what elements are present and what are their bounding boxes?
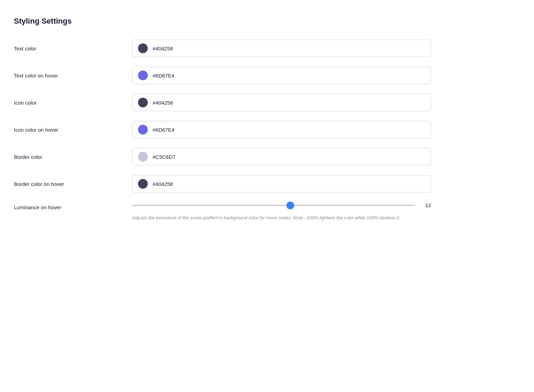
setting-row-text-color-hover: Text color on hover#6D67E4 (14, 67, 431, 84)
color-swatch-border-color-hover (138, 179, 148, 189)
label-icon-color-hover: Icon color on hover (14, 127, 132, 133)
color-swatch-text-color (138, 43, 148, 53)
color-input-icon-color-hover[interactable]: #6D67E4 (132, 121, 431, 138)
color-value-border-color: #C5C6D7 (153, 154, 176, 160)
setting-row-border-color-hover: Border color on hover#404258 (14, 175, 431, 193)
label-text-color: Text color (14, 46, 132, 51)
setting-row-border-color: Border color#C5C6D7 (14, 148, 431, 165)
color-value-text-color-hover: #6D67E4 (153, 73, 175, 79)
color-value-icon-color-hover: #6D67E4 (153, 127, 175, 133)
label-icon-color: Icon color (14, 100, 132, 106)
label-text-color-hover: Text color on hover (14, 73, 132, 79)
color-swatch-icon-color (138, 98, 148, 107)
setting-row-icon-color-hover: Icon color on hover#6D67E4 (14, 121, 431, 138)
color-value-border-color-hover: #404258 (153, 181, 173, 187)
color-input-border-color-hover[interactable]: #404258 (132, 175, 431, 193)
luminance-value: 12 (421, 202, 431, 208)
label-border-color: Border color (14, 154, 132, 160)
color-value-icon-color: #404258 (153, 100, 173, 106)
color-swatch-text-color-hover (138, 71, 148, 80)
color-input-text-color-hover[interactable]: #6D67E4 (132, 67, 431, 84)
luminance-row: Luminance on hover 12 (14, 202, 431, 210)
color-swatch-border-color (138, 152, 148, 162)
luminance-note: Adjusts the luminance of the social plat… (132, 214, 403, 221)
setting-row-text-color: Text color#404258 (14, 40, 431, 57)
luminance-label: Luminance on hover (14, 202, 132, 210)
label-border-color-hover: Border color on hover (14, 181, 132, 187)
color-swatch-icon-color-hover (138, 125, 148, 134)
color-input-icon-color[interactable]: #404258 (132, 94, 431, 111)
color-input-text-color[interactable]: #404258 (132, 40, 431, 57)
setting-row-icon-color: Icon color#404258 (14, 94, 431, 111)
luminance-slider[interactable] (132, 205, 415, 206)
color-value-text-color: #404258 (153, 46, 173, 51)
color-input-border-color[interactable]: #C5C6D7 (132, 148, 431, 165)
page-title: Styling Settings (14, 17, 431, 26)
